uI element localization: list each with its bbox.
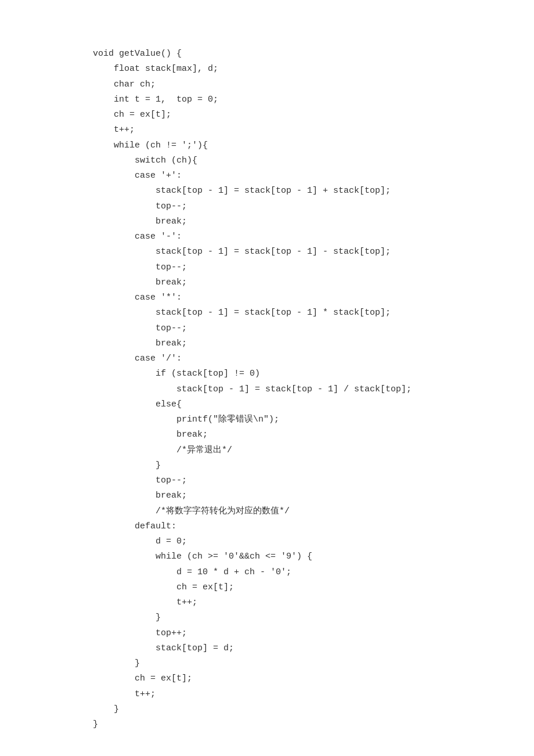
- code-display: void getValue() { float stack[max], d; c…: [93, 46, 534, 732]
